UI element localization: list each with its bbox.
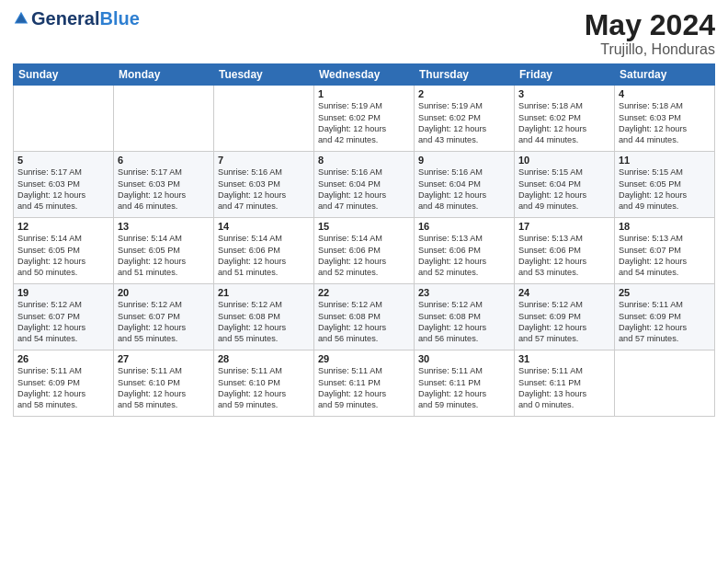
calendar-cell: 12Sunrise: 5:14 AM Sunset: 6:05 PM Dayli… (14, 218, 114, 284)
day-number: 18 (619, 221, 711, 232)
calendar-cell: 28Sunrise: 5:11 AM Sunset: 6:10 PM Dayli… (214, 350, 314, 417)
calendar-cell: 27Sunrise: 5:11 AM Sunset: 6:10 PM Dayli… (114, 350, 214, 417)
calendar-cell: 5Sunrise: 5:17 AM Sunset: 6:03 PM Daylig… (14, 152, 114, 218)
day-info: Sunrise: 5:11 AM Sunset: 6:10 PM Dayligh… (218, 365, 310, 411)
calendar-cell: 13Sunrise: 5:14 AM Sunset: 6:05 PM Dayli… (114, 218, 214, 284)
calendar-cell: 7Sunrise: 5:16 AM Sunset: 6:03 PM Daylig… (214, 152, 314, 218)
logo-blue: Blue (99, 9, 139, 28)
day-info: Sunrise: 5:13 AM Sunset: 6:06 PM Dayligh… (518, 233, 610, 279)
calendar-cell: 17Sunrise: 5:13 AM Sunset: 6:06 PM Dayli… (515, 218, 615, 284)
day-info: Sunrise: 5:18 AM Sunset: 6:03 PM Dayligh… (619, 100, 711, 146)
day-number: 25 (619, 287, 711, 298)
calendar-cell: 31Sunrise: 5:11 AM Sunset: 6:11 PM Dayli… (515, 350, 615, 417)
day-info: Sunrise: 5:14 AM Sunset: 6:06 PM Dayligh… (318, 233, 410, 279)
day-info: Sunrise: 5:12 AM Sunset: 6:07 PM Dayligh… (17, 299, 109, 345)
calendar-cell: 15Sunrise: 5:14 AM Sunset: 6:06 PM Dayli… (314, 218, 415, 284)
calendar-cell: 23Sunrise: 5:12 AM Sunset: 6:08 PM Dayli… (415, 284, 515, 350)
day-info: Sunrise: 5:12 AM Sunset: 6:08 PM Dayligh… (318, 299, 410, 345)
calendar-cell: 6Sunrise: 5:17 AM Sunset: 6:03 PM Daylig… (114, 152, 214, 218)
day-number: 2 (418, 88, 510, 99)
day-info: Sunrise: 5:16 AM Sunset: 6:03 PM Dayligh… (218, 167, 310, 213)
day-info: Sunrise: 5:11 AM Sunset: 6:09 PM Dayligh… (17, 365, 109, 411)
header: GeneralBlue May 2024 Trujillo, Honduras (13, 9, 715, 58)
calendar-cell: 14Sunrise: 5:14 AM Sunset: 6:06 PM Dayli… (214, 218, 314, 284)
calendar-cell: 1Sunrise: 5:19 AM Sunset: 6:02 PM Daylig… (314, 86, 415, 152)
day-info: Sunrise: 5:12 AM Sunset: 6:07 PM Dayligh… (118, 299, 210, 345)
day-info: Sunrise: 5:12 AM Sunset: 6:09 PM Dayligh… (518, 299, 610, 345)
day-info: Sunrise: 5:11 AM Sunset: 6:11 PM Dayligh… (518, 365, 610, 411)
day-info: Sunrise: 5:13 AM Sunset: 6:07 PM Dayligh… (619, 233, 711, 279)
calendar-cell: 24Sunrise: 5:12 AM Sunset: 6:09 PM Dayli… (515, 284, 615, 350)
weekday-header-cell: Monday (114, 64, 214, 86)
day-number: 30 (418, 353, 510, 364)
day-info: Sunrise: 5:18 AM Sunset: 6:02 PM Dayligh… (518, 100, 610, 146)
calendar-week-row: 19Sunrise: 5:12 AM Sunset: 6:07 PM Dayli… (14, 284, 715, 350)
calendar-cell: 29Sunrise: 5:11 AM Sunset: 6:11 PM Dayli… (314, 350, 415, 417)
day-number: 24 (518, 287, 610, 298)
day-info: Sunrise: 5:15 AM Sunset: 6:04 PM Dayligh… (518, 167, 610, 213)
calendar-cell: 4Sunrise: 5:18 AM Sunset: 6:03 PM Daylig… (615, 86, 715, 152)
calendar-cell: 26Sunrise: 5:11 AM Sunset: 6:09 PM Dayli… (14, 350, 114, 417)
day-number: 6 (118, 155, 210, 166)
day-number: 7 (218, 155, 310, 166)
page: GeneralBlue May 2024 Trujillo, Honduras … (0, 0, 728, 563)
day-number: 1 (318, 88, 410, 99)
weekday-header-cell: Tuesday (214, 64, 314, 86)
weekday-header-cell: Friday (515, 64, 615, 86)
calendar-cell: 9Sunrise: 5:16 AM Sunset: 6:04 PM Daylig… (415, 152, 515, 218)
day-number: 9 (418, 155, 510, 166)
day-info: Sunrise: 5:12 AM Sunset: 6:08 PM Dayligh… (218, 299, 310, 345)
logo-icon (13, 10, 29, 27)
day-number: 16 (418, 221, 510, 232)
day-number: 10 (518, 155, 610, 166)
day-number: 5 (17, 155, 109, 166)
day-info: Sunrise: 5:16 AM Sunset: 6:04 PM Dayligh… (418, 167, 510, 213)
day-number: 11 (619, 155, 711, 166)
calendar-cell: 21Sunrise: 5:12 AM Sunset: 6:08 PM Dayli… (214, 284, 314, 350)
weekday-header-cell: Saturday (615, 64, 715, 86)
calendar-cell: 22Sunrise: 5:12 AM Sunset: 6:08 PM Dayli… (314, 284, 415, 350)
weekday-header-cell: Sunday (14, 64, 114, 86)
calendar-week-row: 26Sunrise: 5:11 AM Sunset: 6:09 PM Dayli… (14, 350, 715, 417)
calendar-body: 1Sunrise: 5:19 AM Sunset: 6:02 PM Daylig… (14, 86, 715, 417)
weekday-header-cell: Thursday (415, 64, 515, 86)
logo-text: GeneralBlue (13, 9, 140, 28)
day-number: 28 (218, 353, 310, 364)
title-block: May 2024 Trujillo, Honduras (585, 9, 715, 58)
day-info: Sunrise: 5:14 AM Sunset: 6:05 PM Dayligh… (118, 233, 210, 279)
calendar-cell (615, 350, 715, 417)
calendar-week-row: 12Sunrise: 5:14 AM Sunset: 6:05 PM Dayli… (14, 218, 715, 284)
month-title: May 2024 (585, 9, 715, 41)
day-info: Sunrise: 5:16 AM Sunset: 6:04 PM Dayligh… (318, 167, 410, 213)
day-number: 3 (518, 88, 610, 99)
day-number: 22 (318, 287, 410, 298)
location-title: Trujillo, Honduras (585, 41, 715, 58)
day-number: 23 (418, 287, 510, 298)
calendar-cell: 25Sunrise: 5:11 AM Sunset: 6:09 PM Dayli… (615, 284, 715, 350)
calendar-cell: 20Sunrise: 5:12 AM Sunset: 6:07 PM Dayli… (114, 284, 214, 350)
calendar-cell: 30Sunrise: 5:11 AM Sunset: 6:11 PM Dayli… (415, 350, 515, 417)
day-info: Sunrise: 5:19 AM Sunset: 6:02 PM Dayligh… (418, 100, 510, 146)
day-number: 8 (318, 155, 410, 166)
day-info: Sunrise: 5:17 AM Sunset: 6:03 PM Dayligh… (17, 167, 109, 213)
day-number: 29 (318, 353, 410, 364)
day-info: Sunrise: 5:14 AM Sunset: 6:05 PM Dayligh… (17, 233, 109, 279)
calendar-cell: 10Sunrise: 5:15 AM Sunset: 6:04 PM Dayli… (515, 152, 615, 218)
day-info: Sunrise: 5:11 AM Sunset: 6:10 PM Dayligh… (118, 365, 210, 411)
logo-general: General (31, 9, 99, 28)
weekday-header-cell: Wednesday (314, 64, 415, 86)
day-number: 26 (17, 353, 109, 364)
calendar-cell: 2Sunrise: 5:19 AM Sunset: 6:02 PM Daylig… (415, 86, 515, 152)
calendar-week-row: 1Sunrise: 5:19 AM Sunset: 6:02 PM Daylig… (14, 86, 715, 152)
day-number: 20 (118, 287, 210, 298)
calendar-cell: 18Sunrise: 5:13 AM Sunset: 6:07 PM Dayli… (615, 218, 715, 284)
calendar-cell: 11Sunrise: 5:15 AM Sunset: 6:05 PM Dayli… (615, 152, 715, 218)
calendar-cell (114, 86, 214, 152)
calendar-table: SundayMondayTuesdayWednesdayThursdayFrid… (13, 63, 715, 417)
weekday-header-row: SundayMondayTuesdayWednesdayThursdayFrid… (14, 64, 715, 86)
day-number: 4 (619, 88, 711, 99)
day-info: Sunrise: 5:12 AM Sunset: 6:08 PM Dayligh… (418, 299, 510, 345)
day-number: 15 (318, 221, 410, 232)
day-info: Sunrise: 5:11 AM Sunset: 6:11 PM Dayligh… (318, 365, 410, 411)
calendar-cell: 8Sunrise: 5:16 AM Sunset: 6:04 PM Daylig… (314, 152, 415, 218)
